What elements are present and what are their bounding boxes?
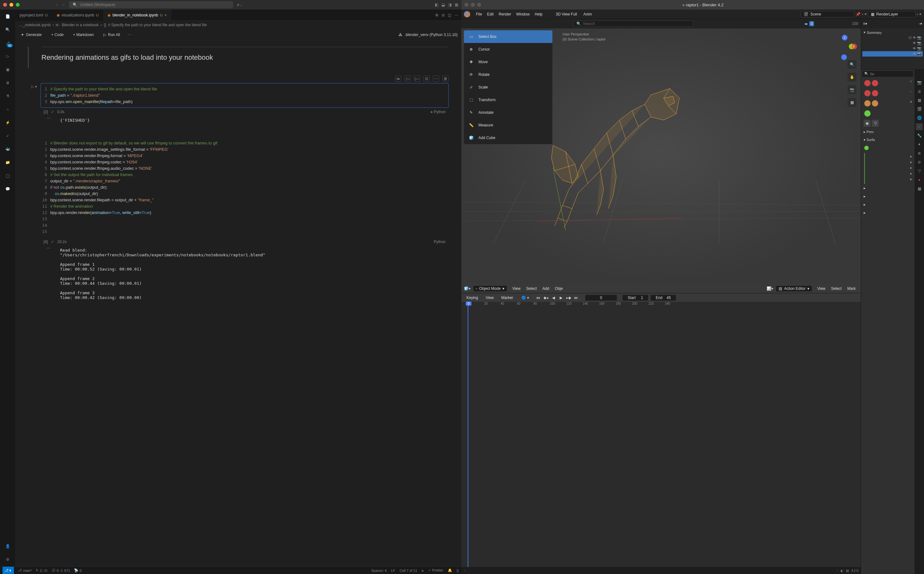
timeline-ruler[interactable]: 020406080100120140160180200220240 0: [461, 302, 861, 567]
start-frame-input[interactable]: Start 1: [623, 295, 648, 301]
panel-chevron[interactable]: ▸: [863, 209, 913, 217]
command-center[interactable]: 🔍 Untitled (Workspace): [69, 1, 233, 8]
minimize-window[interactable]: [9, 3, 13, 6]
outliner-row[interactable]: 👁📷: [863, 41, 923, 46]
nav-forward-icon[interactable]: →: [61, 3, 65, 7]
remote-indicator[interactable]: ⎇⏴: [3, 567, 14, 574]
camera-icon[interactable]: 📷: [917, 52, 921, 56]
folder-icon[interactable]: 📁: [4, 159, 11, 166]
delete-scene-icon[interactable]: ×: [864, 12, 867, 16]
camera-icon[interactable]: 📷: [917, 36, 921, 40]
settings-gear-icon[interactable]: ⚙: [4, 556, 11, 563]
ports[interactable]: 📡0: [74, 568, 82, 572]
mode-selector[interactable]: ▫Object Mode ▾: [473, 285, 507, 292]
camera-icon[interactable]: 📷: [917, 41, 921, 45]
eye-icon[interactable]: 👁: [913, 52, 916, 56]
outliner-row[interactable]: ☑👁📷: [863, 35, 923, 41]
eye-icon[interactable]: 👁: [913, 46, 916, 50]
playhead[interactable]: [468, 302, 468, 567]
physics-tab-icon[interactable]: ⊚: [916, 150, 923, 157]
navigation-gizmo[interactable]: Z Y X: [836, 35, 855, 54]
play-icon[interactable]: ▶: [557, 295, 564, 301]
explorer-icon[interactable]: 📄: [4, 13, 11, 20]
material-tab-icon[interactable]: ●: [916, 177, 923, 183]
surface-panel-header[interactable]: ▾ Surfa: [863, 136, 913, 144]
viewport-menu-add[interactable]: Add: [540, 285, 551, 292]
kernel-selector[interactable]: .blender_venv (Python 3.11.10): [405, 33, 458, 37]
breadcrumb-section[interactable]: Blender in a notebook: [61, 23, 99, 27]
auto-key-icon[interactable]: 🔵 ▾: [521, 295, 529, 300]
run-cell-button[interactable]: ▷ ▾: [28, 83, 41, 108]
jump-start-icon[interactable]: ⏮: [535, 295, 541, 301]
workspace-tab[interactable]: Anim: [580, 11, 595, 18]
split-cell-icon[interactable]: ⊟: [423, 76, 430, 82]
ai-icon[interactable]: ⎈: [430, 110, 433, 114]
extensions-icon[interactable]: ▣: [4, 66, 11, 73]
keyframe-prev-icon[interactable]: ◆◂: [542, 295, 549, 301]
maximize-window[interactable]: [477, 3, 481, 6]
dope-menu-view[interactable]: View: [815, 285, 828, 292]
scene-tab-icon[interactable]: 🎬: [916, 106, 923, 112]
properties-search[interactable]: 🔍Se: [863, 71, 913, 77]
view-menu[interactable]: View: [483, 294, 496, 301]
close-tab-icon[interactable]: ×: [164, 13, 167, 18]
editor-type-icon[interactable]: 🧊▾: [464, 286, 471, 291]
material-slot[interactable]: [864, 80, 870, 86]
panel-chevron[interactable]: ▸: [863, 200, 913, 209]
menu-file[interactable]: File: [473, 11, 485, 18]
maximize-window[interactable]: [16, 3, 20, 6]
3d-viewport[interactable]: ▭Select Box⊕Cursor✥Move⟳Rotate⤢Scale⬚Tra…: [461, 19, 861, 284]
camera-icon[interactable]: 📷: [917, 46, 921, 50]
viewport-menu-obje[interactable]: Obje: [553, 285, 565, 292]
remote-explorer-icon[interactable]: 🖥: [4, 79, 11, 87]
dope-menu-select[interactable]: Select: [829, 285, 844, 292]
material-slot[interactable]: [872, 90, 878, 96]
panel-left-icon[interactable]: ◧: [435, 3, 438, 7]
keyframe-next-icon[interactable]: ▸◆: [565, 295, 572, 301]
axis-x[interactable]: X: [851, 44, 857, 49]
diff-icon[interactable]: ⧉: [442, 13, 445, 17]
preview-panel-header[interactable]: ▸ Prev: [863, 128, 913, 136]
material-slot[interactable]: [864, 100, 870, 107]
view-layer-selector[interactable]: ▦RenderLayer: [868, 11, 916, 17]
pin-icon[interactable]: 📌: [856, 12, 861, 16]
git-branch[interactable]: ⎇main*: [18, 568, 32, 572]
dope-menu-mark[interactable]: Mark: [845, 285, 858, 292]
pan-icon[interactable]: ✋: [847, 73, 856, 82]
minimize-window[interactable]: [471, 3, 475, 6]
run-debug-icon[interactable]: ▷: [4, 52, 11, 60]
nav-back-icon[interactable]: ←: [55, 3, 59, 7]
editor-type-icon[interactable]: 📊▾: [767, 286, 773, 291]
close-window[interactable]: [464, 3, 468, 6]
output-collapse-icon[interactable]: ⋯: [28, 116, 50, 125]
axis-z[interactable]: Z: [842, 35, 847, 41]
node-socket-icon[interactable]: ●: [910, 160, 912, 166]
more-icon[interactable]: ⋯: [128, 33, 131, 37]
add-markdown-button[interactable]: + Markdown: [71, 31, 96, 38]
cell-language[interactable]: Python: [434, 240, 445, 244]
delete-cell-icon[interactable]: 🗑: [442, 76, 449, 82]
node-socket-icon[interactable]: ●: [910, 154, 912, 160]
output-collapse-icon[interactable]: ⋯: [28, 246, 50, 302]
outliner-row-selected[interactable]: 👁📷: [863, 51, 923, 57]
outliner-search[interactable]: 🔍Search: [573, 20, 694, 27]
git-branch-icon[interactable]: ⑃: [4, 106, 11, 113]
problems[interactable]: ⓧ0 ⚠671: [52, 568, 70, 573]
cell-position[interactable]: Cell 7 of 11: [400, 569, 417, 572]
copilot-status-icon[interactable]: ⎈: [422, 569, 424, 572]
eye-icon[interactable]: 👁: [913, 41, 916, 45]
thunder-icon[interactable]: ⚡: [4, 119, 11, 126]
display-mode-icon[interactable]: ▫▾: [919, 22, 922, 26]
marker-menu[interactable]: Marker: [499, 294, 516, 301]
close-window[interactable]: [3, 3, 7, 6]
object-tab-icon[interactable]: ▫: [916, 123, 923, 130]
play-reverse-icon[interactable]: ◀: [550, 295, 557, 301]
github-icon[interactable]: ◯: [4, 172, 11, 180]
breadcrumb[interactable]: …_notebook.ipynb › M↓ Blender in a noteb…: [15, 21, 461, 29]
copilot-icon[interactable]: ⎈ ▾: [237, 3, 242, 7]
modifiers-tab-icon[interactable]: 🔧: [916, 132, 923, 139]
jump-end-icon[interactable]: ⏭: [573, 295, 579, 301]
axis-neg[interactable]: [841, 54, 847, 60]
check-icon[interactable]: ✓: [4, 132, 11, 140]
add-code-button[interactable]: + Code: [49, 31, 65, 38]
